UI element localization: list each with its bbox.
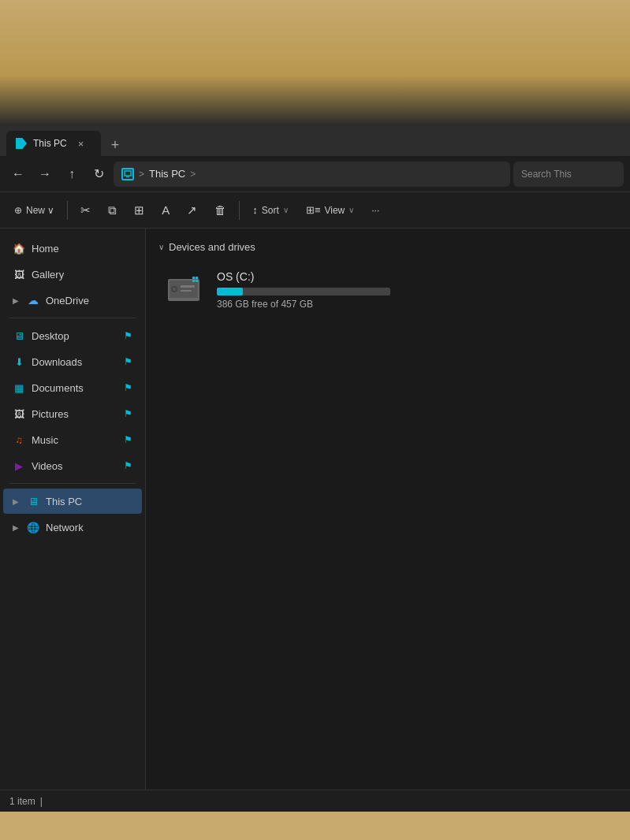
svg-rect-10 <box>196 277 198 279</box>
tab-this-pc[interactable]: This PC × <box>6 131 101 156</box>
new-icon: ⊕ <box>14 205 22 216</box>
drive-icon-wrapper <box>165 273 206 307</box>
sidebar-divider-1 <box>9 318 136 318</box>
copy-button[interactable]: ⧉ <box>100 197 125 224</box>
drive-space-bar-fill <box>217 288 243 295</box>
sidebar-item-videos[interactable]: Videos ⚑ <box>3 453 142 478</box>
section-title: Devices and drives <box>169 241 255 253</box>
sidebar-item-desktop[interactable]: Desktop ⚑ <box>3 323 142 348</box>
delete-icon: 🗑 <box>214 203 226 217</box>
nav-bar: ← → ↑ ↻ > This PC > Search This <box>0 156 630 192</box>
svg-rect-12 <box>196 280 198 282</box>
cut-icon: ✂ <box>80 203 91 217</box>
main-content: Home Gallery ▶ OneDrive Desktop ⚑ Downlo… <box>0 229 630 790</box>
share-button[interactable]: ↗ <box>179 197 205 224</box>
address-text: This PC <box>149 168 185 180</box>
cut-button[interactable]: ✂ <box>73 197 99 224</box>
sort-icon: ↕ <box>252 204 258 216</box>
sidebar-item-gallery[interactable]: Gallery <box>3 262 142 287</box>
cloud-icon <box>27 294 39 307</box>
address-separator-1: > <box>139 169 144 180</box>
home-icon <box>13 242 25 255</box>
back-button[interactable]: ← <box>6 162 30 186</box>
delete-button[interactable]: 🗑 <box>207 197 234 224</box>
pictures-pin-icon: ⚑ <box>124 408 132 419</box>
sidebar-item-thispc[interactable]: ▶ This PC <box>3 489 142 514</box>
drive-space-bar-bg <box>217 288 390 295</box>
sidebar-label-pictures: Pictures <box>32 408 69 420</box>
up-button[interactable]: ↑ <box>60 162 84 186</box>
sort-button[interactable]: ↕ Sort ∨ <box>244 197 296 224</box>
svg-rect-9 <box>192 277 195 279</box>
sidebar-label-gallery: Gallery <box>32 269 64 281</box>
sidebar-label-onedrive: OneDrive <box>46 295 89 307</box>
new-button[interactable]: ⊕ New ∨ <box>6 197 62 224</box>
tab-close-button[interactable]: × <box>78 138 84 150</box>
view-icon: ⊞≡ <box>306 204 321 216</box>
drive-name: OS (C:) <box>217 270 611 283</box>
forward-button[interactable]: → <box>33 162 57 186</box>
status-text: 1 item <box>9 796 35 807</box>
status-bar: 1 item | <box>0 790 630 812</box>
rename-icon: A <box>162 203 170 217</box>
sidebar-item-onedrive[interactable]: ▶ OneDrive <box>3 288 142 313</box>
downloads-pin-icon: ⚑ <box>124 356 132 367</box>
sidebar-label-desktop: Desktop <box>32 330 69 342</box>
sort-label: Sort <box>262 205 279 216</box>
file-explorer-window: This PC × + ← → ↑ ↻ > This PC > Search T… <box>0 126 630 812</box>
sidebar-item-music[interactable]: Music ⚑ <box>3 427 142 452</box>
downloads-icon <box>13 355 25 368</box>
refresh-button[interactable]: ↻ <box>87 162 110 186</box>
paste-icon: ⊞ <box>134 203 144 217</box>
toolbar-sep-2 <box>239 201 240 220</box>
address-bar[interactable]: > This PC > <box>114 162 510 187</box>
svg-rect-1 <box>126 177 129 177</box>
svg-rect-0 <box>125 171 131 176</box>
svg-rect-6 <box>181 285 195 288</box>
music-icon <box>13 433 25 446</box>
view-button[interactable]: ⊞≡ View ∨ <box>298 197 362 224</box>
sidebar-divider-2 <box>9 483 136 484</box>
drive-item-c[interactable]: OS (C:) 386 GB free of 457 GB <box>158 262 617 318</box>
top-bezel <box>0 0 630 126</box>
sidebar-item-home[interactable]: Home <box>3 236 142 261</box>
sidebar-item-pictures[interactable]: Pictures ⚑ <box>3 401 142 426</box>
new-tab-button[interactable]: + <box>104 134 126 156</box>
tab-bar: This PC × + <box>0 126 630 156</box>
sidebar-label-documents: Documents <box>32 382 84 394</box>
address-pc-icon <box>121 168 134 180</box>
drive-hdd-icon <box>165 274 206 306</box>
thispc-expand-icon: ▶ <box>13 497 19 506</box>
toolbar-sep-1 <box>67 201 68 220</box>
onedrive-expand-icon: ▶ <box>13 296 19 305</box>
share-icon: ↗ <box>187 203 197 217</box>
rename-button[interactable]: A <box>154 197 177 224</box>
sidebar-label-videos: Videos <box>32 460 63 472</box>
sidebar-item-network[interactable]: ▶ Network <box>3 515 142 540</box>
more-button[interactable]: ··· <box>363 197 387 224</box>
documents-pin-icon: ⚑ <box>124 382 132 393</box>
status-separator: | <box>40 796 43 807</box>
new-label: New ∨ <box>26 205 54 216</box>
sort-chevron: ∨ <box>283 206 289 214</box>
videos-pin-icon: ⚑ <box>124 460 132 471</box>
tab-label: This PC <box>33 138 67 149</box>
search-bar[interactable]: Search This <box>513 162 624 187</box>
section-chevron-icon: ∨ <box>158 243 164 251</box>
svg-rect-11 <box>192 280 195 282</box>
tab-pc-icon <box>16 138 27 149</box>
sidebar-item-downloads[interactable]: Downloads ⚑ <box>3 349 142 374</box>
sidebar-item-documents[interactable]: Documents ⚑ <box>3 375 142 400</box>
address-separator-2: > <box>190 169 196 180</box>
desktop-pin-icon: ⚑ <box>124 330 132 341</box>
thispc-icon <box>27 495 39 507</box>
view-chevron: ∨ <box>349 206 354 214</box>
svg-rect-7 <box>181 290 192 292</box>
content-pane: ∨ Devices and drives <box>146 229 630 790</box>
toolbar: ⊕ New ∨ ✂ ⧉ ⊞ A ↗ 🗑 ↕ Sort ∨ ⊞≡ View <box>0 192 630 229</box>
gallery-icon <box>13 268 25 281</box>
paste-button[interactable]: ⊞ <box>126 197 152 224</box>
sidebar-label-downloads: Downloads <box>32 356 82 368</box>
copy-icon: ⧉ <box>108 203 117 217</box>
svg-point-5 <box>173 288 176 291</box>
